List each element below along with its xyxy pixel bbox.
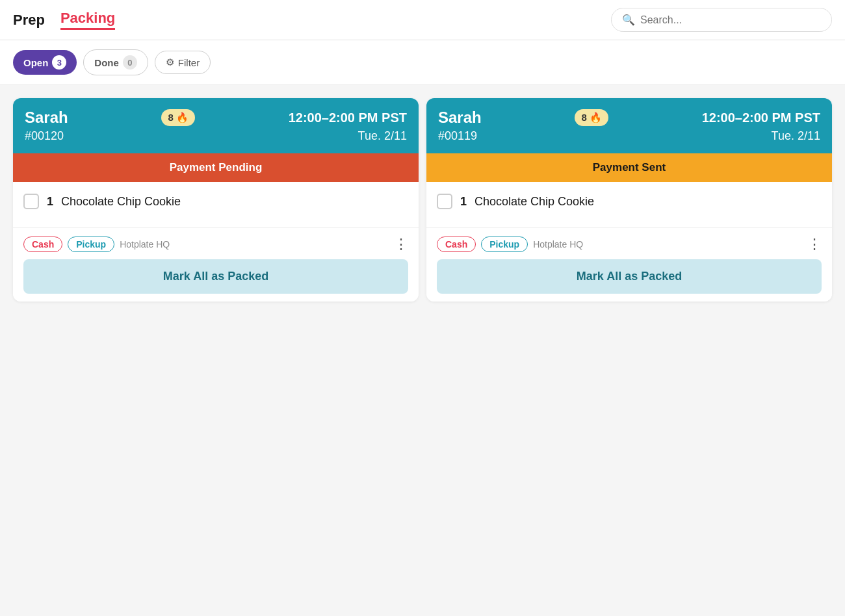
order-number: #00120	[25, 129, 64, 143]
time-range: 12:00–2:00 PM PST	[702, 110, 820, 125]
tag-pickup: Pickup	[481, 237, 528, 252]
item-name: Chocolate Chip Cookie	[61, 195, 181, 209]
item-qty: 1	[47, 195, 53, 209]
item-name: Chocolate Chip Cookie	[474, 195, 594, 209]
item-qty: 1	[460, 195, 467, 209]
header: Prep Packing 🔍	[0, 0, 845, 40]
card-header-1: Sarah 8 🔥 12:00–2:00 PM PST #00120 Tue. …	[13, 98, 419, 153]
tab-packing[interactable]: Packing	[60, 10, 115, 30]
order-number: #00119	[438, 129, 477, 143]
open-label: Open	[23, 57, 48, 68]
item-row: 1 Chocolate Chip Cookie	[23, 194, 408, 209]
card-items: 1 Chocolate Chip Cookie	[13, 182, 419, 227]
tag-location: Hotplate HQ	[533, 239, 583, 250]
card-footer-top: Cash Pickup Hotplate HQ ⋮	[23, 236, 408, 253]
done-label: Done	[94, 57, 119, 68]
search-icon: 🔍	[622, 14, 635, 26]
card-header-2: Sarah 8 🔥 12:00–2:00 PM PST #00119 Tue. …	[426, 98, 832, 153]
item-checkbox[interactable]	[437, 194, 452, 209]
search-input[interactable]	[640, 14, 821, 26]
filter-icon: ⚙	[166, 57, 174, 68]
card-footer-top: Cash Pickup Hotplate HQ ⋮	[437, 236, 822, 253]
open-filter-button[interactable]: Open 3	[13, 50, 77, 75]
header-tabs: Prep Packing	[13, 10, 115, 30]
tag-pickup: Pickup	[68, 237, 114, 252]
customer-name: Sarah	[25, 109, 68, 127]
card-footer: Cash Pickup Hotplate HQ ⋮ Mark All as Pa…	[13, 227, 419, 302]
cards-container: Sarah 8 🔥 12:00–2:00 PM PST #00120 Tue. …	[0, 85, 845, 314]
order-card-1: Sarah 8 🔥 12:00–2:00 PM PST #00120 Tue. …	[13, 98, 419, 302]
filter-label: Filter	[178, 57, 200, 68]
fire-badge: 8 🔥	[575, 109, 608, 126]
card-footer: Cash Pickup Hotplate HQ ⋮ Mark All as Pa…	[426, 227, 832, 302]
order-card-2: Sarah 8 🔥 12:00–2:00 PM PST #00119 Tue. …	[426, 98, 832, 302]
filter-button[interactable]: ⚙ Filter	[155, 51, 211, 74]
done-filter-button[interactable]: Done 0	[83, 49, 148, 75]
filter-bar: Open 3 Done 0 ⚙ Filter	[0, 40, 845, 85]
footer-tags: Cash Pickup Hotplate HQ	[23, 237, 170, 252]
open-count-badge: 3	[52, 55, 66, 70]
order-date: Tue. 2/11	[358, 129, 407, 143]
tag-cash: Cash	[23, 237, 62, 252]
fire-badge: 8 🔥	[161, 109, 195, 126]
footer-tags: Cash Pickup Hotplate HQ	[437, 237, 583, 252]
card-header-bottom: #00120 Tue. 2/11	[25, 129, 407, 143]
payment-status-bar: Payment Pending	[13, 153, 419, 182]
card-header-bottom: #00119 Tue. 2/11	[438, 129, 820, 143]
search-box: 🔍	[611, 8, 832, 32]
payment-status-bar: Payment Sent	[426, 153, 832, 182]
card-header-top: Sarah 8 🔥 12:00–2:00 PM PST	[25, 109, 407, 127]
tag-location: Hotplate HQ	[120, 239, 170, 250]
card-header-top: Sarah 8 🔥 12:00–2:00 PM PST	[438, 109, 820, 127]
card-items: 1 Chocolate Chip Cookie	[426, 182, 832, 227]
more-options-button[interactable]: ⋮	[807, 236, 822, 253]
time-range: 12:00–2:00 PM PST	[289, 110, 407, 125]
mark-all-packed-button[interactable]: Mark All as Packed	[437, 259, 822, 294]
item-row: 1 Chocolate Chip Cookie	[437, 194, 822, 209]
done-count-badge: 0	[123, 55, 137, 70]
item-checkbox[interactable]	[23, 194, 39, 209]
tab-prep[interactable]: Prep	[13, 12, 45, 29]
mark-all-packed-button[interactable]: Mark All as Packed	[23, 259, 408, 294]
customer-name: Sarah	[438, 109, 482, 127]
tag-cash: Cash	[437, 237, 476, 252]
more-options-button[interactable]: ⋮	[394, 236, 408, 253]
order-date: Tue. 2/11	[772, 129, 820, 143]
